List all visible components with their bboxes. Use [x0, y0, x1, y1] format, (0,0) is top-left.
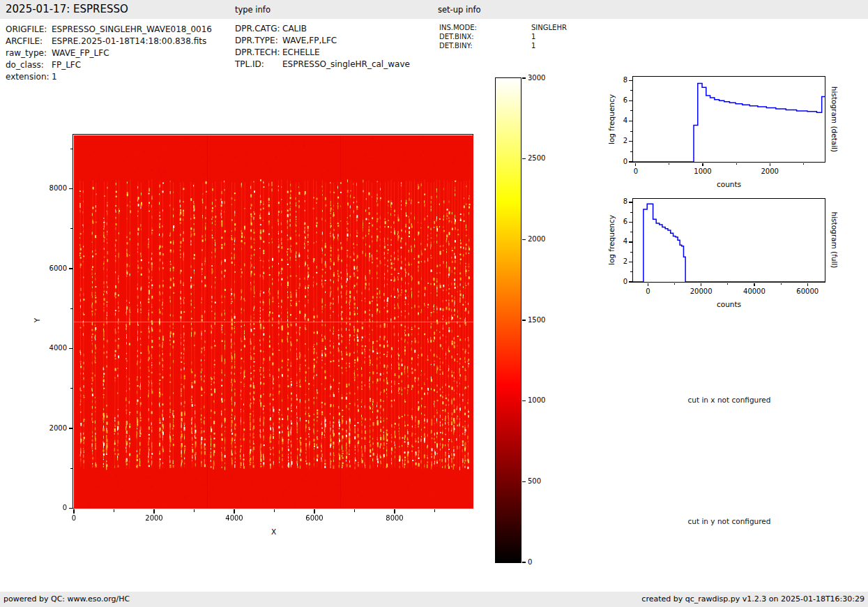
hist-y-minor-tick — [630, 212, 632, 213]
info-label: DPR.TYPE: — [235, 35, 282, 47]
y-minor-tick — [70, 228, 73, 229]
type-info-section-label: type info — [235, 0, 271, 20]
hist-detail-right-label: histogram (detail) — [830, 74, 839, 165]
hist-x-tick — [701, 283, 701, 287]
hist-y-minor-tick — [630, 110, 632, 111]
hist-x-minor-tick — [727, 283, 728, 285]
info-row: ARCFILE:ESPRE.2025-01-18T14:18:00.838.fi… — [6, 36, 212, 47]
x-tick-label: 6000 — [300, 514, 328, 522]
type-info-block: DPR.CATG:CALIBDPR.TYPE:WAVE,FP,LFCDPR.TE… — [235, 23, 410, 70]
colorbar-tick — [522, 158, 526, 159]
hist-y-tick-label: 8 — [614, 197, 627, 205]
colorbar-tick — [522, 77, 526, 78]
info-value: SINGLEHR — [531, 24, 567, 31]
info-value: ESPRESSO_SINGLEHR_WAVE018_0016 — [52, 24, 212, 34]
hist-y-tick — [629, 202, 632, 202]
hist-x-minor-tick — [674, 283, 675, 285]
colorbar-tick-label: 1000 — [528, 396, 556, 404]
hist-y-tick — [629, 281, 632, 282]
info-value: WAVE,FP,LFC — [282, 36, 337, 45]
hist-y-minor-tick — [630, 271, 632, 272]
x-minor-tick — [114, 509, 114, 512]
hist-y-tick-label: 6 — [614, 218, 627, 225]
info-value: 1 — [531, 33, 535, 40]
colorbar-tick-label: 2500 — [528, 154, 556, 162]
hist-x-tick-label: 20000 — [684, 287, 719, 295]
info-row: TPL.ID:ESPRESSO_singleHR_cal_wave — [235, 59, 410, 70]
hist-detail-xlabel: counts — [633, 180, 825, 188]
footer-right-text: created by qc_rawdisp.py v1.2.3 on 2025-… — [641, 592, 865, 607]
hist-x-minor-tick — [736, 163, 737, 165]
info-row: raw_type:WAVE_FP_LFC — [6, 47, 212, 59]
raw-frame-heatmap — [74, 135, 473, 509]
info-row: ORIGFILE:ESPRESSO_SINGLEHR_WAVE018_0016 — [6, 24, 212, 36]
hist-x-tick — [770, 163, 770, 167]
hist-y-minor-tick — [630, 151, 632, 152]
hist-y-tick-label: 6 — [614, 96, 627, 104]
y-minor-tick — [70, 468, 73, 469]
colorbar-tick-label: 3000 — [528, 74, 556, 82]
y-tick-label: 2000 — [40, 424, 67, 432]
info-value: ESPRE.2025-01-18T14:18:00.838.fits — [52, 36, 206, 46]
colorbar-tick-label: 500 — [528, 477, 556, 485]
hist-y-tick — [629, 222, 632, 223]
histogram-detail-curve — [633, 77, 825, 162]
x-tick — [73, 509, 74, 514]
info-value: CALIB — [282, 24, 307, 33]
y-tick-label: 8000 — [40, 184, 67, 192]
hist-y-tick-label: 4 — [614, 117, 627, 124]
colorbar-tick — [522, 239, 526, 240]
setup-info-block: INS.MODE:SINGLEHRDET.BINX:1DET.BINY:1 — [439, 23, 567, 50]
cut-y-message: cut in y not configured — [653, 517, 806, 525]
hist-x-tick — [702, 163, 703, 167]
hist-x-tick — [635, 163, 636, 167]
x-axis-label: X — [74, 527, 473, 536]
hist-x-tick-label: 40000 — [737, 287, 772, 295]
hist-x-minor-tick — [781, 283, 782, 285]
x-tick-label: 0 — [60, 514, 88, 522]
hist-x-tick-label: 2000 — [752, 167, 787, 175]
y-axis-label: Y — [33, 313, 41, 327]
info-label: ORIGFILE: — [6, 24, 52, 36]
cut-x-message: cut in x not configured — [653, 396, 806, 404]
hist-x-tick — [807, 283, 808, 287]
info-label: TPL.ID: — [235, 59, 282, 70]
info-row: DPR.CATG:CALIB — [235, 23, 410, 35]
y-minor-tick — [70, 388, 73, 389]
info-label: do_class: — [6, 59, 52, 71]
y-minor-tick — [70, 149, 73, 149]
x-minor-tick — [354, 509, 355, 512]
info-label: DET.BINY: — [439, 41, 531, 50]
hist-x-tick-label: 60000 — [790, 287, 825, 295]
x-tick — [314, 509, 314, 514]
hist-x-tick — [648, 283, 648, 287]
x-tick — [234, 509, 234, 514]
hist-y-minor-tick — [630, 252, 632, 253]
y-tick — [69, 348, 73, 349]
info-value: ECHELLE — [282, 47, 320, 57]
colorbar-tick — [522, 481, 526, 482]
hist-y-tick-label: 2 — [614, 137, 627, 144]
header-bar: 2025-01-17: ESPRESSO type info set-up in… — [0, 0, 868, 19]
hist-y-tick — [629, 161, 632, 162]
hist-y-tick-label: 0 — [614, 278, 627, 285]
info-row: DPR.TYPE:WAVE,FP,LFC — [235, 35, 410, 47]
hist-y-tick — [629, 262, 632, 262]
histogram-full-curve — [633, 199, 825, 282]
hist-x-tick-label: 0 — [618, 167, 653, 175]
hist-y-tick-label: 2 — [614, 257, 627, 265]
hist-y-tick-label: 8 — [614, 76, 627, 84]
x-tick-label: 2000 — [140, 514, 168, 522]
x-minor-tick — [194, 509, 195, 512]
colorbar-tick — [522, 562, 526, 562]
x-tick-label: 8000 — [381, 514, 409, 522]
y-tick-label: 0 — [40, 504, 67, 511]
hist-y-tick-label: 4 — [614, 237, 627, 245]
y-tick — [69, 268, 73, 269]
y-tick-label: 4000 — [40, 344, 67, 352]
y-minor-tick — [70, 308, 73, 309]
hist-x-minor-tick — [669, 163, 669, 165]
info-row: do_class:FP_LFC — [6, 59, 212, 71]
setup-info-section-label: set-up info — [438, 0, 481, 20]
x-tick — [394, 509, 395, 514]
